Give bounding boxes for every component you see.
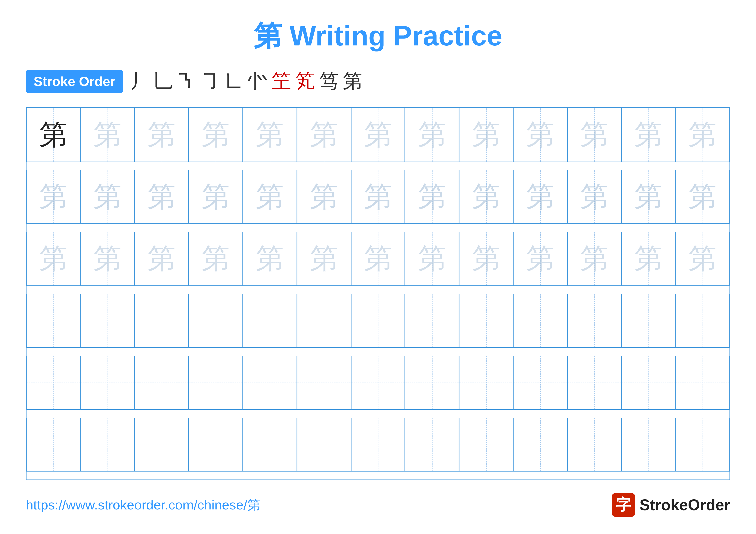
footer-url[interactable]: https://www.strokeorder.com/chinese/第 bbox=[26, 496, 260, 514]
char-r2c1: 第 bbox=[40, 178, 68, 216]
grid-cell-r1c3[interactable]: 第 bbox=[135, 108, 189, 162]
grid-cell-r5c8[interactable] bbox=[405, 356, 459, 410]
grid-cell-r4c9[interactable] bbox=[459, 294, 513, 348]
char-r3c2: 第 bbox=[94, 240, 122, 278]
char-r1c10: 第 bbox=[526, 116, 554, 154]
grid-cell-r1c11[interactable]: 第 bbox=[567, 108, 621, 162]
char-r3c8: 第 bbox=[418, 240, 446, 278]
grid-cell-r2c4[interactable]: 第 bbox=[189, 170, 243, 224]
grid-cell-r3c6[interactable]: 第 bbox=[297, 232, 351, 286]
grid-cell-r4c10[interactable] bbox=[513, 294, 567, 348]
grid-cell-r1c2[interactable]: 第 bbox=[81, 108, 135, 162]
grid-cell-r3c7[interactable]: 第 bbox=[351, 232, 405, 286]
grid-cell-r3c3[interactable]: 第 bbox=[135, 232, 189, 286]
grid-cell-r2c2[interactable]: 第 bbox=[81, 170, 135, 224]
grid-cell-r1c5[interactable]: 第 bbox=[243, 108, 297, 162]
char-r2c7: 第 bbox=[364, 178, 392, 216]
char-r1c1: 第 bbox=[40, 116, 68, 154]
grid-cell-r3c11[interactable]: 第 bbox=[567, 232, 621, 286]
char-r2c12: 第 bbox=[634, 178, 662, 216]
char-r3c6: 第 bbox=[310, 240, 338, 278]
grid-cell-r6c13[interactable] bbox=[675, 418, 729, 472]
grid-cell-r4c7[interactable] bbox=[351, 294, 405, 348]
grid-cell-r1c8[interactable]: 第 bbox=[405, 108, 459, 162]
grid-cell-r2c11[interactable]: 第 bbox=[567, 170, 621, 224]
char-r1c13: 第 bbox=[688, 116, 716, 154]
char-r1c11: 第 bbox=[580, 116, 608, 154]
grid-cell-r4c13[interactable] bbox=[675, 294, 729, 348]
grid-cell-r6c1[interactable] bbox=[27, 418, 81, 472]
grid-cell-r1c4[interactable]: 第 bbox=[189, 108, 243, 162]
grid-cell-r1c7[interactable]: 第 bbox=[351, 108, 405, 162]
grid-cell-r3c13[interactable]: 第 bbox=[675, 232, 729, 286]
logo-text: StrokeOrder bbox=[640, 496, 730, 514]
grid-cell-r2c6[interactable]: 第 bbox=[297, 170, 351, 224]
grid-cell-r3c1[interactable]: 第 bbox=[27, 232, 81, 286]
grid-cell-r5c6[interactable] bbox=[297, 356, 351, 410]
grid-cell-r5c5[interactable] bbox=[243, 356, 297, 410]
char-r3c9: 第 bbox=[472, 240, 500, 278]
practice-grid[interactable]: 第 第 第 第 第 第 第 第 第 第 第 第 bbox=[26, 107, 730, 480]
grid-cell-r5c1[interactable] bbox=[27, 356, 81, 410]
char-r3c10: 第 bbox=[526, 240, 554, 278]
grid-cell-r2c5[interactable]: 第 bbox=[243, 170, 297, 224]
grid-cell-r6c6[interactable] bbox=[297, 418, 351, 472]
grid-cell-r3c10[interactable]: 第 bbox=[513, 232, 567, 286]
grid-cell-r4c5[interactable] bbox=[243, 294, 297, 348]
grid-cell-r3c8[interactable]: 第 bbox=[405, 232, 459, 286]
grid-cell-r6c2[interactable] bbox=[81, 418, 135, 472]
grid-cell-r1c10[interactable]: 第 bbox=[513, 108, 567, 162]
grid-cell-r5c11[interactable] bbox=[567, 356, 621, 410]
grid-cell-r1c9[interactable]: 第 bbox=[459, 108, 513, 162]
grid-cell-r3c9[interactable]: 第 bbox=[459, 232, 513, 286]
grid-cell-r5c7[interactable] bbox=[351, 356, 405, 410]
grid-cell-r3c2[interactable]: 第 bbox=[81, 232, 135, 286]
grid-cell-r6c4[interactable] bbox=[189, 418, 243, 472]
grid-cell-r4c1[interactable] bbox=[27, 294, 81, 348]
grid-cell-r2c1[interactable]: 第 bbox=[27, 170, 81, 224]
grid-cell-r6c5[interactable] bbox=[243, 418, 297, 472]
grid-cell-r4c11[interactable] bbox=[567, 294, 621, 348]
grid-cell-r4c2[interactable] bbox=[81, 294, 135, 348]
grid-cell-r5c2[interactable] bbox=[81, 356, 135, 410]
grid-cell-r2c7[interactable]: 第 bbox=[351, 170, 405, 224]
grid-cell-r1c13[interactable]: 第 bbox=[675, 108, 729, 162]
stroke-4: ㇆ bbox=[201, 68, 220, 94]
grid-cell-r5c12[interactable] bbox=[621, 356, 675, 410]
grid-cell-r2c12[interactable]: 第 bbox=[621, 170, 675, 224]
char-r3c4: 第 bbox=[202, 240, 230, 278]
page-title: 第 Writing Practice bbox=[254, 17, 502, 55]
grid-cell-r4c6[interactable] bbox=[297, 294, 351, 348]
grid-cell-r5c3[interactable] bbox=[135, 356, 189, 410]
grid-cell-r2c8[interactable]: 第 bbox=[405, 170, 459, 224]
grid-cell-r1c1[interactable]: 第 bbox=[27, 108, 81, 162]
grid-cell-r6c9[interactable] bbox=[459, 418, 513, 472]
grid-cell-r6c3[interactable] bbox=[135, 418, 189, 472]
grid-cell-r3c12[interactable]: 第 bbox=[621, 232, 675, 286]
grid-cell-r5c9[interactable] bbox=[459, 356, 513, 410]
char-r2c3: 第 bbox=[148, 178, 176, 216]
grid-cell-r1c6[interactable]: 第 bbox=[297, 108, 351, 162]
grid-cell-r4c4[interactable] bbox=[189, 294, 243, 348]
stroke-1: 丿 bbox=[129, 68, 149, 94]
grid-cell-r6c10[interactable] bbox=[513, 418, 567, 472]
grid-cell-r1c12[interactable]: 第 bbox=[621, 108, 675, 162]
grid-cell-r4c8[interactable] bbox=[405, 294, 459, 348]
grid-cell-r3c4[interactable]: 第 bbox=[189, 232, 243, 286]
grid-cell-r3c5[interactable]: 第 bbox=[243, 232, 297, 286]
grid-cell-r6c7[interactable] bbox=[351, 418, 405, 472]
grid-cell-r2c3[interactable]: 第 bbox=[135, 170, 189, 224]
grid-cell-r4c3[interactable] bbox=[135, 294, 189, 348]
grid-cell-r5c10[interactable] bbox=[513, 356, 567, 410]
grid-cell-r2c9[interactable]: 第 bbox=[459, 170, 513, 224]
char-r2c4: 第 bbox=[202, 178, 230, 216]
grid-cell-r5c4[interactable] bbox=[189, 356, 243, 410]
grid-cell-r6c12[interactable] bbox=[621, 418, 675, 472]
char-r1c4: 第 bbox=[202, 116, 230, 154]
grid-cell-r6c8[interactable] bbox=[405, 418, 459, 472]
grid-cell-r4c12[interactable] bbox=[621, 294, 675, 348]
grid-cell-r6c11[interactable] bbox=[567, 418, 621, 472]
grid-cell-r5c13[interactable] bbox=[675, 356, 729, 410]
grid-cell-r2c10[interactable]: 第 bbox=[513, 170, 567, 224]
grid-cell-r2c13[interactable]: 第 bbox=[675, 170, 729, 224]
